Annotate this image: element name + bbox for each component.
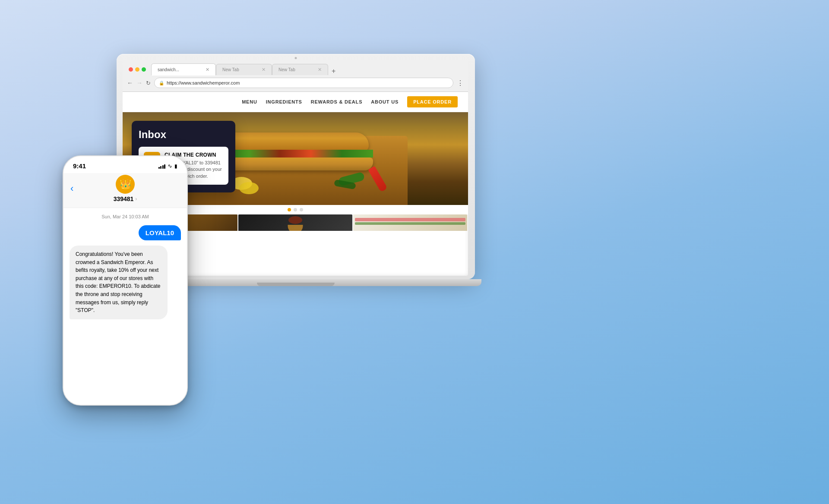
signal-icon [158, 164, 166, 169]
phone-device: 9:41 ∿ ▮ ‹ [63, 155, 188, 406]
tab-2-close-btn[interactable]: ✕ [262, 67, 266, 72]
refresh-btn[interactable]: ↻ [146, 80, 151, 86]
sms-header: ‹ 👑 339481 › [63, 173, 187, 208]
browser-tab-3[interactable]: New Tab ✕ [272, 64, 328, 75]
new-tab-btn[interactable]: + [328, 67, 339, 75]
browser-toolbar: ← → ↻ 🔒 https://www.sandwichemperor.com … [127, 75, 464, 91]
forward-btn[interactable]: → [136, 79, 142, 86]
hero-dot-1[interactable] [288, 208, 291, 211]
tab-3-close-btn[interactable]: ✕ [318, 67, 322, 72]
wifi-icon: ∿ [168, 163, 172, 169]
phone-time: 9:41 [73, 162, 86, 170]
nav-menu-link[interactable]: MENU [242, 99, 257, 104]
received-message-bubble: Congratulations! You've been crowned a S… [70, 246, 181, 319]
sms-date-label: Sun, Mar 24 10:03 AM [70, 214, 181, 219]
laptop-camera [295, 57, 297, 59]
tab-close-btn[interactable]: ✕ [206, 67, 209, 72]
tab-label: sandwich... [158, 67, 179, 72]
contact-name: 339481 [114, 195, 134, 202]
browser-tabs: sandwich... ✕ New Tab ✕ New Tab ✕ [151, 63, 464, 75]
battery-icon: ▮ [174, 163, 177, 169]
window-controls [127, 67, 148, 72]
lock-icon: 🔒 [159, 81, 164, 85]
status-bar: 9:41 ∿ ▮ [63, 156, 187, 173]
phone-body: 9:41 ∿ ▮ ‹ [63, 155, 188, 406]
received-bubble: Congratulations! You've been crowned a S… [70, 246, 168, 319]
url-text: https://www.sandwichemperor.com [167, 80, 240, 85]
sent-bubble: LOYAL10 [139, 225, 181, 240]
back-btn[interactable]: ← [127, 79, 133, 86]
place-order-btn[interactable]: PLACE ORDER [407, 96, 458, 107]
nav-rewards-link[interactable]: REWARDS & DEALS [311, 99, 363, 104]
contact-chevron: › [135, 196, 137, 202]
minimize-window-btn[interactable] [135, 67, 139, 72]
sms-body: Sun, Mar 24 10:03 AM LOYAL10 Congratulat… [63, 208, 187, 405]
hero-dot-3[interactable] [300, 208, 303, 211]
nav-ingredients-link[interactable]: INGREDIENTS [266, 99, 302, 104]
sent-message-bubble: LOYAL10 [70, 225, 181, 240]
inbox-title: Inbox [139, 129, 228, 141]
browser-tab-2[interactable]: New Tab ✕ [216, 64, 272, 75]
maximize-window-btn[interactable] [142, 67, 146, 72]
address-bar[interactable]: 🔒 https://www.sandwichemperor.com [154, 78, 453, 88]
food-thumb-3[interactable] [353, 214, 467, 231]
back-arrow-btn[interactable]: ‹ [70, 183, 73, 194]
hero-dot-2[interactable] [294, 208, 297, 211]
phone-status-icons: ∿ ▮ [158, 163, 178, 169]
menu-btn[interactable]: ⋮ [457, 79, 464, 87]
nav-about-link[interactable]: ABOUT US [371, 99, 399, 104]
browser-tab-active[interactable]: sandwich... ✕ [151, 63, 216, 76]
contact-name-row: 339481 › [114, 195, 137, 202]
browser-chrome: sandwich... ✕ New Tab ✕ New Tab ✕ [123, 60, 468, 92]
food-thumb-2[interactable] [238, 214, 352, 231]
close-window-btn[interactable] [129, 67, 133, 72]
website-nav: MENU INGREDIENTS REWARDS & DEALS ABOUT U… [123, 92, 468, 112]
scene-container: sandwich... ✕ New Tab ✕ New Tab ✕ [0, 0, 829, 504]
contact-avatar: 👑 [116, 175, 135, 194]
